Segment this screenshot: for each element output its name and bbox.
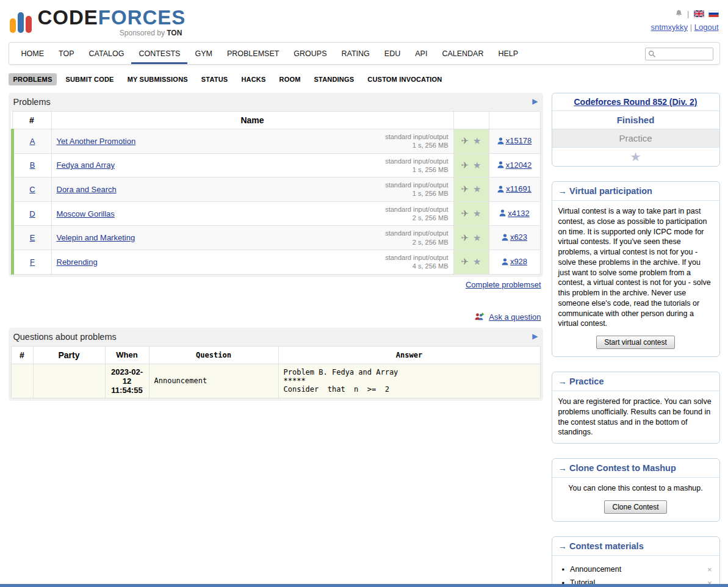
problem-name-link[interactable]: Rebrending (57, 257, 98, 267)
problem-name-link[interactable]: Velepin and Marketing (57, 233, 135, 242)
russian-flag-icon[interactable] (708, 10, 719, 17)
complete-problemset-link[interactable]: Complete problemset (466, 280, 541, 289)
favourite-star-icon[interactable]: ★ (473, 256, 481, 267)
nav-item-contests[interactable]: CONTESTS (131, 43, 187, 64)
question-index-cell (11, 364, 33, 398)
favourite-star-icon[interactable]: ★ (630, 150, 641, 164)
problem-solved-cell: x4132 (489, 201, 540, 226)
problem-index-cell: E (12, 226, 51, 250)
problem-letter-link[interactable]: B (30, 160, 35, 170)
close-icon[interactable]: × (707, 565, 712, 574)
question-row: 2023-02-12 11:54:55AnnouncementProblem B… (11, 364, 540, 398)
username-link[interactable]: sntmxykky (651, 23, 688, 32)
material-link[interactable]: Announcement (570, 565, 621, 574)
problem-solved-cell: x15178 (489, 129, 540, 154)
solved-count-link[interactable]: x623 (502, 232, 527, 242)
nav-item-edu[interactable]: EDU (377, 43, 408, 64)
question-answer-cell: Problem B. Fedya and Array ***** Conside… (278, 364, 540, 398)
english-flag-icon[interactable] (694, 10, 704, 17)
solved-count-link[interactable]: x11691 (497, 184, 532, 193)
paper-plane-icon[interactable]: ✈ (461, 232, 469, 243)
virtual-participation-box: → Virtual participation Virtual contest … (552, 181, 720, 357)
contest-tab-status[interactable]: STATUS (196, 73, 233, 85)
contest-tab-my-submissions[interactable]: MY SUBMISSIONS (123, 73, 193, 85)
problem-index-cell: A (12, 129, 51, 154)
contest-tab-hacks[interactable]: HACKS (236, 73, 270, 85)
sidebar: Codeforces Round 852 (Div. 2) Finished P… (552, 93, 720, 587)
search-box (645, 48, 713, 60)
nav-item-problemset[interactable]: PROBLEMSET (220, 43, 286, 64)
contest-materials-caption: → Contest materials (552, 537, 719, 556)
contest-tab-submit-code[interactable]: SUBMIT CODE (60, 73, 118, 85)
solved-count-link[interactable]: x15178 (497, 136, 532, 145)
contest-tab-custom-invocation[interactable]: CUSTOM INVOCATION (362, 73, 447, 85)
nav-item-groups[interactable]: GROUPS (286, 43, 334, 64)
nav-item-catalog[interactable]: CATALOG (81, 43, 131, 64)
nav-item-top[interactable]: TOP (51, 43, 81, 64)
problem-name-link[interactable]: Moscow Gorillas (57, 209, 115, 218)
contest-state: Finished (552, 111, 719, 129)
nav-item-help[interactable]: HELP (491, 43, 525, 64)
expand-arrow-icon[interactable]: ▶ (532, 332, 538, 340)
paper-plane-icon[interactable]: ✈ (461, 135, 469, 146)
contest-tab-standings[interactable]: STANDINGS (309, 73, 359, 85)
favourite-star-icon[interactable]: ★ (473, 160, 481, 170)
start-virtual-contest-button[interactable]: Start virtual contest (596, 336, 675, 349)
problem-name-link[interactable]: Yet Another Promotion (57, 137, 136, 146)
problem-row: CDora and Searchstandard input/output1 s… (12, 178, 540, 202)
problem-name-link[interactable]: Dora and Search (57, 185, 117, 194)
solved-count-link[interactable]: x4132 (499, 209, 529, 218)
nav-item-api[interactable]: API (408, 43, 434, 64)
problem-letter-link[interactable]: D (29, 209, 35, 218)
paper-plane-icon[interactable]: ✈ (461, 208, 469, 219)
logo-bars-icon (10, 11, 32, 33)
logout-link[interactable]: Logout (694, 23, 719, 32)
contest-info-box: Codeforces Round 852 (Div. 2) Finished P… (552, 93, 720, 167)
problem-letter-link[interactable]: E (30, 233, 35, 242)
header: CODEFORCES Sponsored by TON | sntmxykky … (9, 6, 720, 42)
logo-text: CODEFORCES (38, 7, 186, 27)
favourite-star-icon[interactable]: ★ (473, 232, 481, 243)
favourite-star-icon[interactable]: ★ (473, 135, 481, 146)
column-header: # (11, 346, 33, 364)
person-icon (502, 234, 508, 241)
solved-count-link[interactable]: x12042 (497, 160, 532, 170)
paper-plane-icon[interactable]: ✈ (461, 160, 469, 171)
problem-letter-link[interactable]: C (29, 185, 35, 194)
paper-plane-icon[interactable]: ✈ (461, 256, 469, 267)
problem-limits: standard input/output1 s, 256 MB (385, 181, 448, 198)
problem-actions-cell: ✈★ (453, 250, 489, 274)
nav-item-home[interactable]: HOME (14, 43, 52, 64)
problems-table: # Name AYet Another Promotionstandard in… (11, 111, 541, 275)
problem-name-cell: Velepin and Marketingstandard input/outp… (51, 226, 453, 250)
problem-row: DMoscow Gorillasstandard input/output2 s… (12, 201, 540, 226)
ask-question-link[interactable]: Ask a question (489, 312, 541, 322)
problem-actions-cell: ✈★ (453, 178, 489, 202)
solved-count-link[interactable]: x928 (502, 257, 527, 266)
favourite-star-icon[interactable]: ★ (473, 184, 481, 194)
problem-name-link[interactable]: Fedya and Array (57, 160, 115, 170)
contest-title-link[interactable]: Codeforces Round 852 (Div. 2) (574, 97, 697, 107)
codeforces-logo[interactable]: CODEFORCES Sponsored by TON (10, 7, 186, 37)
clone-contest-button[interactable]: Clone Contest (604, 500, 666, 514)
contest-tabs: PROBLEMSSUBMIT CODEMY SUBMISSIONSSTATUSH… (9, 73, 720, 85)
problem-limits: standard input/output4 s, 256 MB (385, 253, 448, 271)
contest-tab-room[interactable]: ROOM (275, 73, 306, 85)
problem-letter-link[interactable]: A (30, 137, 35, 146)
problem-index-cell: B (12, 153, 51, 178)
nav-item-rating[interactable]: RATING (334, 43, 377, 64)
bell-icon[interactable] (675, 9, 683, 18)
virtual-participation-text: Virtual contest is a way to take part in… (552, 201, 719, 334)
ask-question-row: Ask a question (10, 312, 541, 322)
problem-actions-cell: ✈★ (453, 153, 489, 178)
contest-tab-problems[interactable]: PROBLEMS (9, 73, 57, 85)
paper-plane-icon[interactable]: ✈ (461, 184, 469, 195)
favourite-star-icon[interactable]: ★ (473, 208, 481, 218)
expand-arrow-icon[interactable]: ▶ (532, 97, 538, 106)
column-header-index: # (12, 112, 51, 129)
problem-letter-link[interactable]: F (30, 257, 35, 267)
problems-section: ▶ Problems # Name AYet Another Promotion… (9, 93, 543, 277)
nav-item-gym[interactable]: GYM (187, 43, 219, 64)
questions-table: # Party When Question Answer 2023-02-12 … (11, 346, 541, 398)
nav-item-calendar[interactable]: CALENDAR (434, 43, 491, 64)
